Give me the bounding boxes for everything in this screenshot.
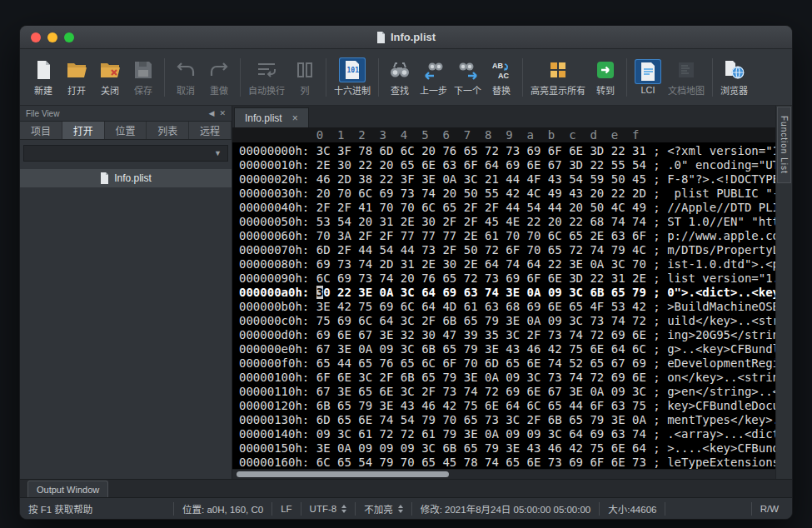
hex-row[interactable]: 00000100h: 6F 6E 3C 2F 6B 65 79 3E 0A 09…	[239, 371, 775, 385]
hex-ascii[interactable]: ; .0" encoding="UT	[646, 158, 775, 172]
status-encoding[interactable]: UTF-8	[301, 502, 356, 516]
hex-row[interactable]: 000000a0h: 30 22 3E 0A 3C 64 69 63 74 3E…	[239, 286, 775, 300]
hex-ascii[interactable]: ; plist PUBLIC "-	[646, 187, 775, 200]
hex-bytes[interactable]: 6F 6E 3C 2F 6B 65 79 3E 0A 09 3C 73 74 7…	[316, 371, 646, 384]
undo-button[interactable]: 取消	[169, 57, 202, 97]
hex-ascii[interactable]: ; ing>20G95</strin	[646, 328, 775, 341]
hex-bytes[interactable]: 6B 65 79 3E 43 46 42 75 6E 64 6C 65 44 6…	[316, 399, 646, 412]
hex-bytes[interactable]: 65 44 65 76 65 6C 6F 70 6D 65 6E 74 52 6…	[316, 356, 646, 370]
hex-row[interactable]: 00000050h: 53 54 20 31 2E 30 2F 2F 45 4E…	[239, 215, 775, 229]
hex-ascii[interactable]: ; on</key>..<strin	[646, 371, 775, 384]
hex-row[interactable]: 00000150h: 3E 0A 09 09 09 3C 6B 65 79 3E…	[239, 441, 775, 456]
hex-bytes[interactable]: 09 3C 61 72 72 61 79 3E 0A 09 09 3C 64 6…	[316, 427, 646, 441]
hex-row[interactable]: 00000160h: 6C 65 54 79 70 65 45 78 74 65…	[239, 456, 775, 469]
hex-ascii[interactable]: ; g>en</string>..<	[646, 385, 775, 398]
hex-ascii[interactable]: ; uild</key>..<str	[646, 314, 775, 327]
find-next-button[interactable]: 下一个	[451, 57, 485, 97]
file-filter-dropdown[interactable]: ▼	[23, 145, 228, 162]
hex-row[interactable]: 00000000h: 3C 3F 78 6D 6C 20 76 65 72 73…	[239, 144, 775, 158]
hex-row[interactable]: 00000040h: 2F 2F 41 70 70 6C 65 2F 2F 44…	[239, 201, 775, 215]
hex-ascii[interactable]: ; key>CFBundleDocu	[646, 399, 775, 412]
hex-row[interactable]: 000000f0h: 65 44 65 76 65 6C 6F 70 6D 65…	[239, 356, 775, 371]
document-map-button[interactable]: 文档地图	[665, 57, 708, 97]
hex-row[interactable]: 00000110h: 67 3E 65 6E 3C 2F 73 74 72 69…	[239, 385, 775, 399]
replace-button[interactable]: ABAC 替换	[485, 57, 518, 97]
hex-row[interactable]: 00000020h: 46 2D 38 22 3F 3E 0A 3C 21 44…	[239, 172, 775, 187]
hex-row[interactable]: 00000030h: 20 70 6C 69 73 74 20 50 55 42…	[239, 187, 775, 201]
hex-bytes[interactable]: 3C 3F 78 6D 6C 20 76 65 72 73 69 6F 6E 3…	[316, 144, 646, 157]
hex-bytes[interactable]: 69 6E 67 3E 32 30 47 39 35 3C 2F 73 74 7…	[316, 328, 646, 341]
open-file-button[interactable]: 打开	[60, 57, 93, 97]
close-file-button[interactable]: 关闭	[93, 57, 127, 97]
hex-row[interactable]: 000000c0h: 75 69 6C 64 3C 2F 6B 65 79 3E…	[239, 314, 775, 328]
hex-bytes[interactable]: 2E 30 22 20 65 6E 63 6F 64 69 6E 67 3D 2…	[316, 158, 646, 172]
hex-ascii[interactable]: ; m/DTDs/PropertyL	[646, 243, 775, 257]
horizontal-scrollbar[interactable]	[232, 469, 775, 479]
list-item-info-plist[interactable]: Info.plist	[20, 169, 232, 187]
hex-bytes[interactable]: 69 73 74 2D 31 2E 30 2E 64 74 64 22 3E 0…	[316, 257, 646, 271]
hex-row[interactable]: 000000d0h: 69 6E 67 3E 32 30 47 39 35 3C…	[239, 328, 775, 342]
hex-ascii[interactable]: ; .<array>...<dict	[646, 427, 775, 441]
save-file-button[interactable]: 保存	[127, 57, 160, 97]
hex-bytes[interactable]: 6C 65 54 79 70 65 45 78 74 65 6E 73 69 6…	[316, 456, 646, 469]
hex-mode-button[interactable]: 101 十六进制	[331, 57, 374, 97]
hex-ascii[interactable]: ; ST 1.0//EN" "htt	[646, 215, 775, 228]
hex-ascii[interactable]: ; eDevelopmentRegi	[646, 356, 775, 370]
hex-ascii[interactable]: ; p://www.apple.co	[646, 229, 775, 242]
hex-rows[interactable]: 00000000h: 3C 3F 78 6D 6C 20 76 65 72 73…	[232, 142, 775, 469]
hex-ascii[interactable]: ; F-8"?>.<!DOCTYPE	[646, 172, 775, 186]
hex-ascii[interactable]: ; ist-1.0.dtd">.<p	[646, 257, 775, 271]
word-wrap-button[interactable]: 自动换行	[245, 57, 288, 97]
highlight-stepper[interactable]	[398, 505, 403, 513]
horizontal-scrollbar-thumb[interactable]	[237, 471, 449, 477]
hex-ascii[interactable]: ; 0">.<dict>..<key	[646, 286, 775, 299]
hex-bytes[interactable]: 53 54 20 31 2E 30 2F 2F 45 4E 22 20 22 6…	[316, 215, 646, 228]
goto-button[interactable]: 转到	[589, 57, 622, 97]
panel-collapse-icon[interactable]: ◀	[209, 110, 215, 117]
status-highlight-mode[interactable]: 不加亮	[356, 502, 412, 516]
hex-row[interactable]: 00000080h: 69 73 74 2D 31 2E 30 2E 64 74…	[239, 257, 775, 271]
hex-row[interactable]: 000000b0h: 3E 42 75 69 6C 64 4D 61 63 68…	[239, 300, 775, 314]
status-line-ending[interactable]: LF	[272, 502, 301, 516]
tab-explorer[interactable]: 位置	[105, 122, 147, 139]
hex-row[interactable]: 00000010h: 2E 30 22 20 65 6E 63 6F 64 69…	[239, 158, 775, 172]
hex-ascii[interactable]: ; //Apple//DTD PLI	[646, 201, 775, 214]
column-mode-button[interactable]: 列	[288, 57, 321, 97]
lci-button[interactable]: LCI	[631, 59, 665, 95]
hex-bytes[interactable]: 75 69 6C 64 3C 2F 6B 65 79 3E 0A 09 3C 7…	[316, 314, 646, 327]
hex-ascii[interactable]: ; >BuildMachineOSB	[646, 300, 775, 313]
hex-ascii[interactable]: ; leTypeExtensions	[646, 456, 775, 469]
tab-remote[interactable]: 远程	[189, 122, 232, 139]
hex-bytes[interactable]: 3E 42 75 69 6C 64 4D 61 63 68 69 6E 65 4…	[316, 300, 646, 313]
status-access-mode[interactable]: R/W	[751, 502, 792, 516]
hex-row[interactable]: 00000120h: 6B 65 79 3E 43 46 42 75 6E 64…	[239, 399, 775, 413]
redo-button[interactable]: 重做	[202, 57, 236, 97]
new-file-button[interactable]: 新建	[27, 57, 60, 97]
hex-bytes[interactable]: 46 2D 38 22 3F 3E 0A 3C 21 44 4F 43 54 5…	[316, 172, 646, 186]
hex-ascii[interactable]: ; <?xml version="1	[646, 144, 775, 157]
tab-open[interactable]: 打开	[62, 122, 105, 139]
hex-ascii[interactable]: ; mentTypes</key>.	[646, 413, 775, 426]
tab-project[interactable]: 项目	[20, 122, 62, 139]
titlebar[interactable]: Info.plist	[20, 26, 792, 49]
hex-ascii[interactable]: ; list version="1.	[646, 271, 775, 285]
browser-button[interactable]: 浏览器	[717, 57, 751, 97]
hex-ascii[interactable]: ; g>..<key>CFBundl	[646, 342, 775, 356]
hex-bytes[interactable]: 67 3E 0A 09 3C 6B 65 79 3E 43 46 42 75 6…	[316, 342, 646, 356]
output-window-tab[interactable]: Output Window	[27, 481, 108, 497]
hex-row[interactable]: 000000e0h: 67 3E 0A 09 3C 6B 65 79 3E 43…	[239, 342, 775, 356]
hex-bytes[interactable]: 6D 65 6E 74 54 79 70 65 73 3C 2F 6B 65 7…	[316, 413, 646, 426]
tab-close-icon[interactable]: ×	[292, 112, 298, 124]
hex-row[interactable]: 00000060h: 70 3A 2F 2F 77 77 77 2E 61 70…	[239, 229, 775, 243]
tab-lists[interactable]: 列表	[147, 122, 189, 139]
hex-bytes[interactable]: 6C 69 73 74 20 76 65 72 73 69 6F 6E 3D 2…	[316, 271, 646, 285]
highlight-all-button[interactable]: 高亮显示所有	[527, 57, 589, 97]
function-list-tab[interactable]: Function List	[777, 107, 791, 183]
hex-bytes[interactable]: 2F 2F 41 70 70 6C 65 2F 2F 44 54 44 20 5…	[316, 201, 646, 214]
hex-row[interactable]: 00000070h: 6D 2F 44 54 44 73 2F 50 72 6F…	[239, 243, 775, 257]
encoding-stepper[interactable]	[341, 505, 346, 513]
hex-row[interactable]: 00000090h: 6C 69 73 74 20 76 65 72 73 69…	[239, 271, 775, 286]
hex-row[interactable]: 00000140h: 09 3C 61 72 72 61 79 3E 0A 09…	[239, 427, 775, 441]
hex-bytes[interactable]: 67 3E 65 6E 3C 2F 73 74 72 69 6E 67 3E 0…	[316, 385, 646, 398]
hex-row[interactable]: 00000130h: 6D 65 6E 74 54 79 70 65 73 3C…	[239, 413, 775, 427]
